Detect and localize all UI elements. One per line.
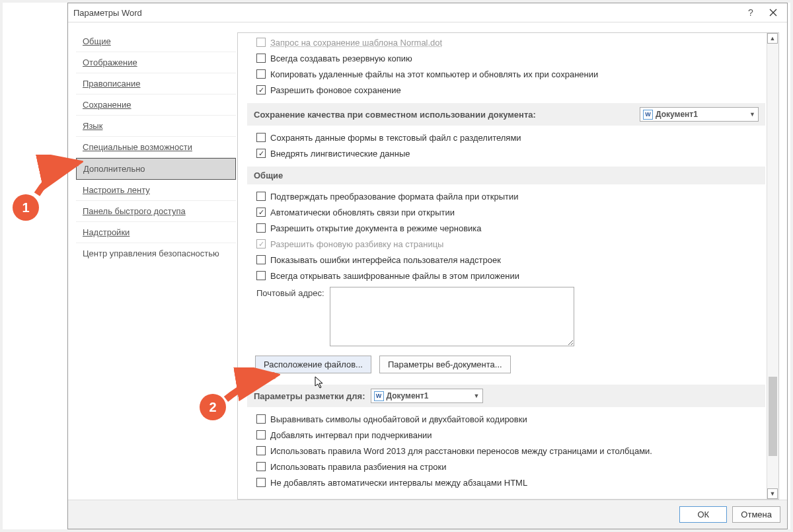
dropdown-document-c[interactable]: W Документ1 ▼ xyxy=(371,389,483,403)
checkbox-bg-pagination: ✓ xyxy=(256,239,266,248)
checkbox-auto-links[interactable]: ✓ xyxy=(256,208,266,217)
section-general: Общие xyxy=(247,167,765,184)
cancel-button[interactable]: Отмена xyxy=(732,506,780,523)
sidebar-item-accessibility[interactable]: Специальные возможности xyxy=(76,137,236,158)
checkbox-item[interactable] xyxy=(256,38,266,47)
word-file-icon: W xyxy=(643,110,653,120)
checkbox-encrypted[interactable] xyxy=(256,271,266,280)
checkbox-draft-mode[interactable] xyxy=(256,223,266,233)
checkbox-align-dbcs[interactable] xyxy=(256,414,266,424)
scroll-down-arrow[interactable]: ▼ xyxy=(767,488,778,499)
annotation-badge-2: 2 xyxy=(200,394,226,420)
checkbox-form-data[interactable] xyxy=(256,133,266,142)
sidebar: Общие Отображение Правописание Сохранени… xyxy=(68,23,233,500)
checkbox-underline-space[interactable] xyxy=(256,430,266,439)
option-label: Использовать правила Word 2013 для расст… xyxy=(270,446,652,456)
option-label: Не добавлять автоматически интервалы меж… xyxy=(270,478,527,488)
checkbox-confirm-convert[interactable] xyxy=(256,192,266,201)
option-label: Выравнивать символы однобайтовой и двухб… xyxy=(270,414,527,424)
web-options-button[interactable]: Параметры веб-документа... xyxy=(379,356,511,373)
checkbox-bg-save[interactable]: ✓ xyxy=(256,85,266,95)
option-label: Подтверждать преобразование формата файл… xyxy=(270,192,519,202)
option-label: Автоматически обновлять связи при открыт… xyxy=(270,208,455,217)
main-panel: Запрос на сохранение шаблона Normal.dot … xyxy=(237,32,779,500)
checkbox-copy-remote[interactable] xyxy=(256,69,266,79)
sidebar-item-customize-ribbon[interactable]: Настроить ленту xyxy=(76,180,236,201)
option-label: Сохранять данные формы в текстовый файл … xyxy=(270,133,521,143)
sidebar-item-display[interactable]: Отображение xyxy=(76,52,236,73)
option-label: Разрешить открытие документа в режиме че… xyxy=(270,223,482,233)
word-file-icon: W xyxy=(374,391,384,401)
sidebar-item-proofing[interactable]: Правописание xyxy=(76,73,236,95)
sidebar-item-trust-center[interactable]: Центр управления безопасностью xyxy=(76,243,236,264)
mouse-cursor-icon xyxy=(315,376,325,392)
help-button[interactable]: ? xyxy=(739,3,762,22)
option-label: Всегда открывать зашифрованные файлы в э… xyxy=(270,271,519,281)
titlebar: Параметры Word ? xyxy=(68,3,787,22)
sidebar-item-advanced[interactable]: Дополнительно xyxy=(76,158,236,180)
sidebar-item-general[interactable]: Общие xyxy=(76,31,236,52)
chevron-down-icon: ▼ xyxy=(470,393,480,399)
option-label: Разрешить фоновую разбивку на страницы xyxy=(270,239,443,249)
checkbox-line-break-rules[interactable] xyxy=(256,462,266,471)
checkbox-html-spacing[interactable] xyxy=(256,478,266,487)
vertical-scrollbar[interactable]: ▲ ▼ xyxy=(767,33,778,499)
option-label: Внедрять лингвистические данные xyxy=(270,149,410,159)
annotation-badge-1: 1 xyxy=(13,194,39,221)
option-partial: Запрос на сохранение шаблона Normal.dot xyxy=(270,38,442,48)
dialog-footer: ОК Отмена xyxy=(68,500,787,529)
option-label: Копировать удаленные файлы на этот компь… xyxy=(270,69,598,79)
option-label: Разрешить фоновое сохранение xyxy=(270,85,401,95)
checkbox-backup[interactable] xyxy=(256,54,266,63)
mail-address-textarea[interactable] xyxy=(330,287,574,346)
ok-button[interactable]: ОК xyxy=(679,506,727,523)
option-label: Добавлять интервал при подчеркивании xyxy=(270,430,432,440)
options-dialog: Параметры Word ? Общие Отображение Право… xyxy=(67,3,788,529)
dropdown-document-a[interactable]: W Документ1 ▼ xyxy=(640,107,759,122)
option-label: Использовать правила разбиения на строки xyxy=(270,462,446,472)
sidebar-item-language[interactable]: Язык xyxy=(76,116,236,137)
sidebar-item-addins[interactable]: Надстройки xyxy=(76,222,236,243)
checkbox-word2013-hyphen[interactable] xyxy=(256,446,266,455)
chevron-down-icon: ▼ xyxy=(745,111,755,118)
scrollbar-thumb[interactable] xyxy=(769,377,777,456)
annotation-arrow-1 xyxy=(30,155,83,201)
option-label: Всегда создавать резервную копию xyxy=(270,54,412,63)
option-label: Показывать ошибки интерфейса пользовател… xyxy=(270,255,501,265)
scroll-up-arrow[interactable]: ▲ xyxy=(767,33,778,44)
sidebar-item-qat[interactable]: Панель быстрого доступа xyxy=(76,201,236,222)
close-button[interactable] xyxy=(762,3,784,22)
section-sharing-quality: Сохранение качества при совместном испол… xyxy=(247,103,765,126)
sidebar-item-save[interactable]: Сохранение xyxy=(76,95,236,116)
checkbox-linguistic[interactable]: ✓ xyxy=(256,149,266,158)
annotation-arrow-2 xyxy=(221,367,280,404)
mail-address-label: Почтовый адрес: xyxy=(256,288,324,298)
checkbox-ui-errors[interactable] xyxy=(256,255,266,264)
dialog-title: Параметры Word xyxy=(73,8,739,18)
